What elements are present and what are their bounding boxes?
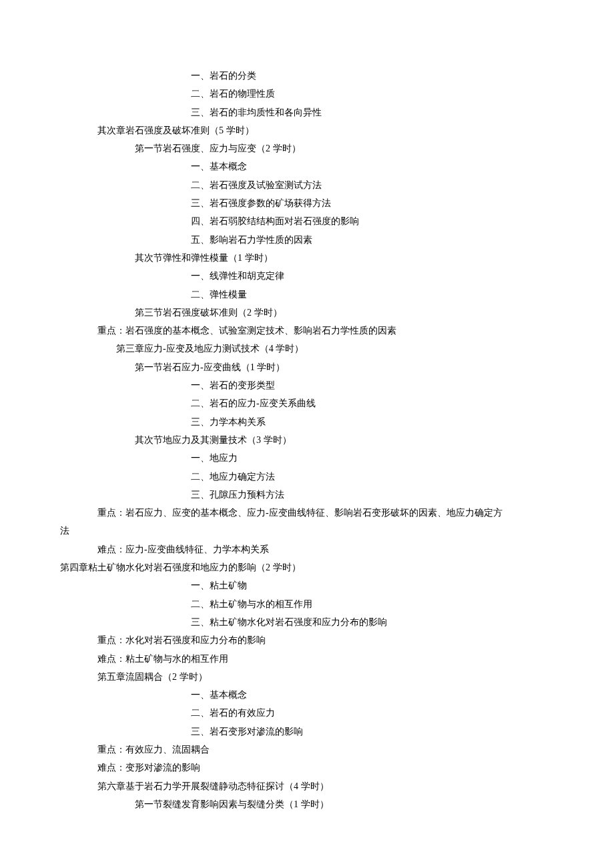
text-line: 二、岩石的应力-应变关系曲线 xyxy=(60,394,554,412)
text-line: 重点：岩石应力、应变的基本概念、应力-应变曲线特征、影响岩石变形破坏的因素、地应… xyxy=(60,504,554,522)
text-line: 一、基本概念 xyxy=(60,157,554,175)
text-line: 二、弹性模量 xyxy=(60,286,554,304)
text-line: 三、力学本构关系 xyxy=(60,413,554,431)
document-body: 一、岩石的分类 二、岩石的物理性质 三、岩石的非均质性和各向异性 其次章岩石强度… xyxy=(60,67,554,813)
text-line: 其次节弹性和弹性模量（1 学时） xyxy=(60,249,554,267)
text-line: 重点：有效应力、流固耦合 xyxy=(60,741,554,759)
text-line: 第五章流固耦合（2 学时） xyxy=(60,668,554,686)
text-line: 三、岩石的非均质性和各向异性 xyxy=(60,103,554,121)
text-line: 重点：岩石强度的基本概念、试验室测定技术、影响岩石力学性质的因素 xyxy=(60,322,554,340)
text-line: 一、粘土矿物 xyxy=(60,576,554,594)
text-line: 五、影响岩石力学性质的因素 xyxy=(60,231,554,249)
text-line: 三、岩石变形对渗流的影响 xyxy=(60,723,554,741)
text-line: 第三章应力-应变及地应力测试技术（4 学时） xyxy=(60,340,554,358)
text-line: 其次节地应力及其测量技术（3 学时） xyxy=(60,431,554,449)
text-line: 一、线弹性和胡克定律 xyxy=(60,267,554,285)
text-line: 难点：粘土矿物与水的相互作用 xyxy=(60,650,554,668)
text-line: 一、地应力 xyxy=(60,449,554,467)
text-line: 一、基本概念 xyxy=(60,686,554,704)
text-line: 第一节岩石强度、应力与应变（2 学时） xyxy=(60,139,554,157)
text-line: 二、岩石的有效应力 xyxy=(60,704,554,722)
text-line: 二、岩石强度及试验室测试方法 xyxy=(60,176,554,194)
text-line: 重点：水化对岩石强度和应力分布的影响 xyxy=(60,631,554,649)
text-line: 三、孔隙压力预料方法 xyxy=(60,486,554,504)
text-line: 其次章岩石强度及破坏准则（5 学时） xyxy=(60,121,554,139)
text-line: 第六章基于岩石力学开展裂缝静动态特征探讨（4 学时） xyxy=(60,777,554,795)
text-line: 第三节岩石强度破坏准则（2 学时） xyxy=(60,304,554,322)
text-line: 三、粘土矿物水化对岩石强度和应力分布的影响 xyxy=(60,613,554,631)
text-line: 四、岩石弱胶结结构面对岩石强度的影响 xyxy=(60,212,554,230)
text-line: 一、岩石的分类 xyxy=(60,67,554,85)
document-page: 一、岩石的分类 二、岩石的物理性质 三、岩石的非均质性和各向异性 其次章岩石强度… xyxy=(0,0,614,840)
text-line: 法 xyxy=(60,522,554,540)
text-line: 一、岩石的变形类型 xyxy=(60,376,554,394)
text-line: 二、地应力确定方法 xyxy=(60,468,554,486)
text-line: 二、粘土矿物与水的相互作用 xyxy=(60,595,554,613)
text-line: 难点：应力-应变曲线特征、力学本构关系 xyxy=(60,540,554,558)
text-line: 第一节裂缝发育影响因素与裂缝分类（1 学时） xyxy=(60,795,554,813)
text-line: 三、岩石强度参数的矿场获得方法 xyxy=(60,194,554,212)
text-line: 二、岩石的物理性质 xyxy=(60,85,554,103)
text-line: 第四章粘土矿物水化对岩石强度和地应力的影响（2 学时） xyxy=(60,558,554,576)
text-line: 难点：变形对渗流的影响 xyxy=(60,759,554,777)
text-line: 第一节岩石应力-应变曲线（1 学时） xyxy=(60,358,554,376)
